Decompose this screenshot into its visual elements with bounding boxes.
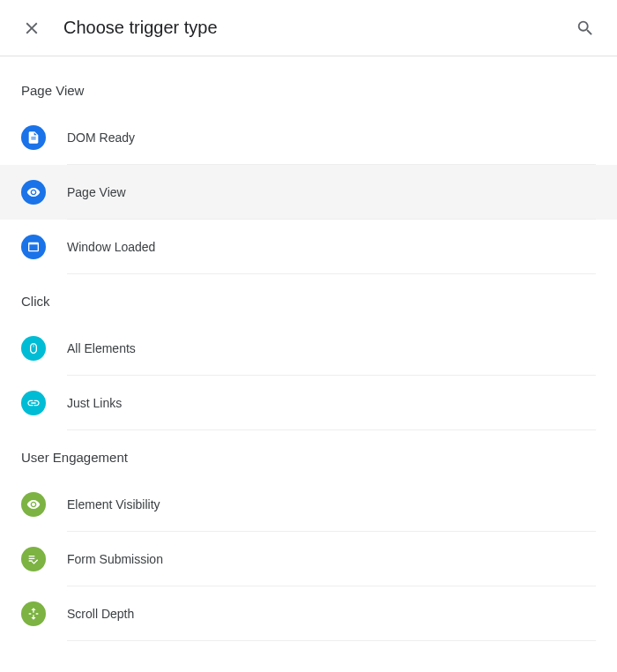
form-icon <box>21 547 46 571</box>
mouse-icon <box>21 336 46 361</box>
close-button[interactable] <box>21 18 42 39</box>
eye-icon <box>21 180 46 205</box>
trigger-window-loaded[interactable]: Window Loaded <box>0 220 617 274</box>
trigger-label: Element Visibility <box>67 497 160 511</box>
trigger-label: Page View <box>67 185 126 199</box>
trigger-all-elements[interactable]: All Elements <box>0 321 617 376</box>
dialog-header: Choose trigger type <box>0 0 617 56</box>
trigger-list: Page View DOM Ready Page View Window Loa… <box>0 56 617 641</box>
search-icon <box>576 19 595 38</box>
trigger-dom-ready[interactable]: DOM Ready <box>0 110 617 165</box>
trigger-label: Form Submission <box>67 552 163 566</box>
search-button[interactable] <box>575 18 596 39</box>
link-icon <box>21 391 46 415</box>
section-header-page-view: Page View <box>0 63 617 110</box>
trigger-form-submission[interactable]: Form Submission <box>0 532 617 586</box>
visibility-icon <box>21 492 46 517</box>
document-icon <box>21 125 46 150</box>
trigger-scroll-depth[interactable]: Scroll Depth <box>0 586 617 641</box>
trigger-just-links[interactable]: Just Links <box>0 376 617 430</box>
scroll-icon <box>21 601 46 626</box>
trigger-label: All Elements <box>67 341 136 355</box>
section-header-user-engagement: User Engagement <box>0 430 617 477</box>
trigger-label: Window Loaded <box>67 240 155 254</box>
dialog-title: Choose trigger type <box>63 18 554 38</box>
trigger-label: Scroll Depth <box>67 607 134 621</box>
trigger-label: DOM Ready <box>67 131 135 145</box>
trigger-label: Just Links <box>67 396 122 410</box>
section-header-click: Click <box>0 274 617 321</box>
trigger-element-visibility[interactable]: Element Visibility <box>0 477 617 532</box>
close-icon <box>22 19 41 38</box>
trigger-page-view[interactable]: Page View <box>0 165 617 220</box>
window-icon <box>21 235 46 259</box>
